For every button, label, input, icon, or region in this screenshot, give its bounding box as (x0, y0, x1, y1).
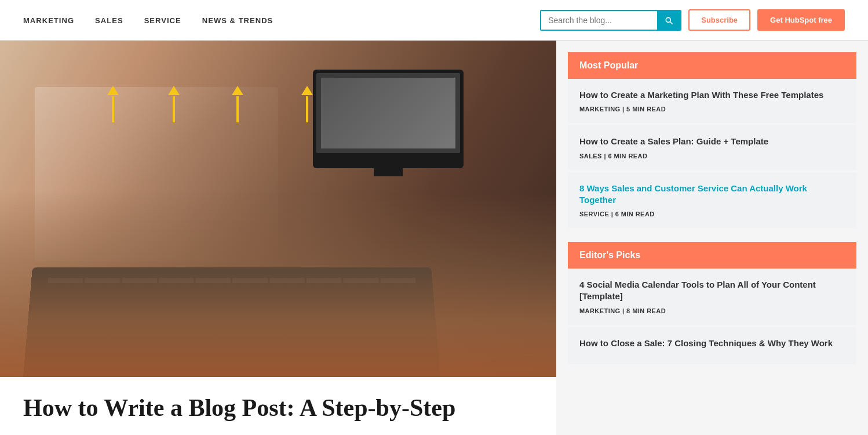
article-category-1: MARKETING (579, 106, 621, 113)
article-title-3: 8 Ways Sales and Customer Service Can Ac… (579, 183, 845, 206)
sidebar: Most Popular How to Create a Marketing P… (556, 41, 868, 435)
article-meta-1: MARKETING | 5 MIN READ (579, 106, 845, 113)
nav-item-sales[interactable]: SALES (95, 15, 123, 26)
article-separator-3: | (611, 211, 615, 217)
pick-meta-1: MARKETING | 8 MIN READ (579, 307, 845, 314)
article-title-2: How to Create a Sales Plan: Guide + Temp… (579, 136, 845, 147)
article-meta-2: SALES | 6 MIN READ (579, 153, 845, 160)
article-read-time-3: 6 MIN READ (615, 211, 655, 217)
article-category-2: SALES (579, 153, 602, 160)
article-meta-3: SERVICE | 6 MIN READ (579, 211, 845, 217)
nav-item-service[interactable]: SERVICE (144, 15, 181, 26)
nav-link-service[interactable]: SERVICE (144, 16, 181, 25)
editors-picks-heading: Editor's Picks (568, 242, 856, 269)
article-read-time-1: 5 MIN READ (626, 106, 666, 113)
article-category-3: SERVICE (579, 211, 609, 217)
search-wrapper (540, 10, 681, 31)
list-item[interactable]: 4 Social Media Calendar Tools to Plan Al… (568, 269, 856, 325)
search-icon (664, 16, 673, 25)
hero-area: How to Write a Blog Post: A Step-by-Step (0, 41, 556, 435)
nav-item-marketing[interactable]: MARKETING (23, 15, 74, 26)
nav-links: MARKETING SALES SERVICE NEWS & TRENDS (23, 15, 273, 26)
nav-link-sales[interactable]: SALES (95, 16, 123, 25)
article-title-1: How to Create a Marketing Plan With Thes… (579, 89, 845, 101)
subscribe-button[interactable]: Subscribe (688, 9, 750, 31)
pick-title-2: How to Close a Sale: 7 Closing Technique… (579, 338, 845, 349)
list-item[interactable]: How to Create a Sales Plan: Guide + Temp… (568, 125, 856, 169)
section-gap (568, 230, 856, 242)
header-right: Subscribe Get HubSpot free (540, 9, 845, 31)
hero-title-area: How to Write a Blog Post: A Step-by-Step (0, 377, 556, 435)
search-button[interactable] (657, 11, 680, 30)
hero-image (0, 41, 556, 377)
nav-link-news[interactable]: NEWS & TRENDS (202, 16, 273, 25)
nav-link-marketing[interactable]: MARKETING (23, 16, 74, 25)
hubspot-button[interactable]: Get HubSpot free (757, 9, 845, 31)
hero-title: How to Write a Blog Post: A Step-by-Step (23, 394, 533, 421)
list-item[interactable]: How to Create a Marketing Plan With Thes… (568, 79, 856, 123)
main-nav: MARKETING SALES SERVICE NEWS & TRENDS (23, 15, 273, 26)
pick-category-1: MARKETING (579, 307, 621, 314)
nav-item-news[interactable]: NEWS & TRENDS (202, 15, 273, 26)
pick-read-time-1: 8 MIN READ (626, 307, 666, 314)
list-item[interactable]: How to Close a Sale: 7 Closing Technique… (568, 327, 856, 364)
search-input[interactable] (541, 11, 657, 30)
most-popular-heading: Most Popular (568, 52, 856, 79)
article-read-time-2: 6 MIN READ (608, 153, 647, 160)
main-layout: How to Write a Blog Post: A Step-by-Step… (0, 41, 868, 435)
list-item[interactable]: 8 Ways Sales and Customer Service Can Ac… (568, 172, 856, 229)
header: MARKETING SALES SERVICE NEWS & TRENDS Su… (0, 0, 868, 41)
pick-title-1: 4 Social Media Calendar Tools to Plan Al… (579, 279, 845, 303)
